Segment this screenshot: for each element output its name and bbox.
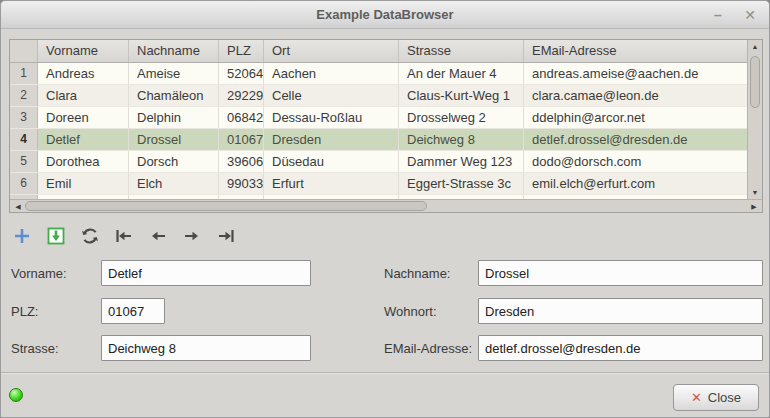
cell-vorname: Clara — [38, 85, 129, 106]
close-button-label: Close — [708, 390, 741, 405]
first-record-icon — [113, 225, 135, 247]
titlebar: Example DataBrowser – ✕ — [1, 1, 769, 29]
cell-plz: 39606 — [219, 151, 264, 172]
cell-vorname: Doreen — [38, 107, 129, 128]
close-x-icon: ✕ — [691, 390, 702, 405]
row-number: 5 — [10, 151, 38, 172]
commit-icon — [45, 225, 67, 247]
cell-ort: Aachen — [264, 63, 399, 84]
cell-nachname: Dorsch — [129, 151, 219, 172]
record-toolbar — [9, 223, 238, 253]
row-number: 3 — [10, 107, 38, 128]
cell-email: emil.elch@erfurt.com — [524, 173, 747, 194]
minimize-button[interactable]: – — [709, 5, 727, 25]
strasse-label: Strasse: — [11, 341, 59, 357]
statusbar-divider — [1, 372, 770, 373]
vertical-scrollbar[interactable]: ▲ ▼ — [747, 40, 762, 199]
add-record-button[interactable] — [9, 223, 34, 249]
scroll-left-icon[interactable]: ◀ — [12, 200, 24, 212]
connection-led-icon — [9, 388, 23, 402]
cell-email: ddelphin@arcor.net — [524, 107, 747, 128]
email-input[interactable] — [478, 335, 763, 361]
row-number: 6 — [10, 173, 38, 194]
email-label: EMail-Adresse: — [384, 341, 472, 357]
cell-strasse: Deichweg 8 — [399, 129, 524, 150]
plz-input[interactable] — [101, 298, 165, 324]
cell-nachname: Elch — [129, 173, 219, 194]
horizontal-scrollbar[interactable]: ◀ ▶ — [10, 199, 762, 212]
row-number: 1 — [10, 63, 38, 84]
cell-email: dodo@dorsch.com — [524, 151, 747, 172]
cell-email: detlef.drossel@dresden.de — [524, 129, 747, 150]
cell-strasse: Eggert-Strasse 3c — [399, 173, 524, 194]
scroll-down-icon[interactable]: ▼ — [748, 186, 762, 199]
first-record-button[interactable] — [111, 223, 136, 249]
refresh-icon — [79, 225, 101, 247]
table-row[interactable]: 3 Doreen Delphin 06842 Dessau-Roßlau Dro… — [10, 107, 747, 129]
cell-ort: Düsedau — [264, 151, 399, 172]
arrow-left-icon — [147, 225, 169, 247]
close-window-button[interactable]: ✕ — [741, 5, 759, 25]
table-row-selected[interactable]: 4 Detlef Drossel 01067 Dresden Deichweg … — [10, 129, 747, 151]
cell-vorname: Detlef — [38, 129, 129, 150]
cell-vorname: Dorothea — [38, 151, 129, 172]
next-record-button[interactable] — [179, 223, 204, 249]
vorname-input[interactable] — [101, 260, 311, 286]
cell-nachname: Drossel — [129, 129, 219, 150]
cell-vorname: Emil — [38, 173, 129, 194]
cell-plz: 52064 — [219, 63, 264, 84]
cell-nachname: Chamäleon — [129, 85, 219, 106]
window-controls: – ✕ — [709, 5, 759, 25]
cell-ort: Dresden — [264, 129, 399, 150]
cell-vorname: Andreas — [38, 63, 129, 84]
close-button[interactable]: ✕ Close — [673, 384, 759, 411]
scroll-up-icon[interactable]: ▲ — [748, 40, 762, 53]
table-row[interactable]: 6 Emil Elch 99033 Erfurt Eggert-Strasse … — [10, 173, 747, 195]
column-header-strasse[interactable]: Strasse — [399, 40, 524, 62]
vorname-label: Vorname: — [11, 266, 67, 282]
column-header-ort[interactable]: Ort — [264, 40, 399, 62]
row-number-header — [10, 40, 38, 62]
cell-email: andreas.ameise@aachen.de — [524, 63, 747, 84]
cell-plz: 29229 — [219, 85, 264, 106]
nachname-label: Nachname: — [384, 266, 450, 282]
cell-strasse: Drosselweg 2 — [399, 107, 524, 128]
horizontal-scrollbar-thumb[interactable] — [25, 201, 427, 211]
nachname-input[interactable] — [478, 260, 763, 286]
cell-plz: 06842 — [219, 107, 264, 128]
column-header-plz[interactable]: PLZ — [219, 40, 264, 62]
row-number: 2 — [10, 85, 38, 106]
previous-record-button[interactable] — [145, 223, 170, 249]
cell-plz: 99033 — [219, 173, 264, 194]
wohnort-label: Wohnort: — [384, 304, 437, 320]
last-record-button[interactable] — [213, 223, 238, 249]
cell-ort: Dessau-Roßlau — [264, 107, 399, 128]
app-window: Example DataBrowser – ✕ Vorname Nachname… — [0, 0, 770, 418]
last-record-icon — [215, 225, 237, 247]
vertical-scrollbar-thumb[interactable] — [750, 56, 760, 108]
scroll-right-icon[interactable]: ▶ — [748, 200, 760, 212]
cell-plz: 01067 — [219, 129, 264, 150]
cell-nachname: Ameise — [129, 63, 219, 84]
cell-ort: Celle — [264, 85, 399, 106]
column-header-nachname[interactable]: Nachname — [129, 40, 219, 62]
cell-ort: Erfurt — [264, 173, 399, 194]
commit-changes-button[interactable] — [43, 223, 68, 249]
table-row[interactable]: 5 Dorothea Dorsch 39606 Düsedau Dammer W… — [10, 151, 747, 173]
refresh-button[interactable] — [77, 223, 102, 249]
column-header-vorname[interactable]: Vorname — [38, 40, 129, 62]
table-header-row: Vorname Nachname PLZ Ort Strasse EMail-A… — [10, 40, 747, 63]
cell-strasse: Dammer Weg 123 — [399, 151, 524, 172]
wohnort-input[interactable] — [478, 298, 763, 324]
plus-icon — [11, 225, 33, 247]
arrow-right-icon — [181, 225, 203, 247]
row-number: 4 — [10, 129, 38, 150]
cell-nachname: Delphin — [129, 107, 219, 128]
table-row[interactable]: 2 Clara Chamäleon 29229 Celle Claus-Kurt… — [10, 85, 747, 107]
window-title: Example DataBrowser — [1, 7, 769, 22]
table-row[interactable]: 1 Andreas Ameise 52064 Aachen An der Mau… — [10, 63, 747, 85]
strasse-input[interactable] — [101, 335, 311, 361]
cell-strasse: An der Mauer 4 — [399, 63, 524, 84]
column-header-email[interactable]: EMail-Adresse — [524, 40, 747, 62]
data-table: Vorname Nachname PLZ Ort Strasse EMail-A… — [9, 39, 763, 213]
